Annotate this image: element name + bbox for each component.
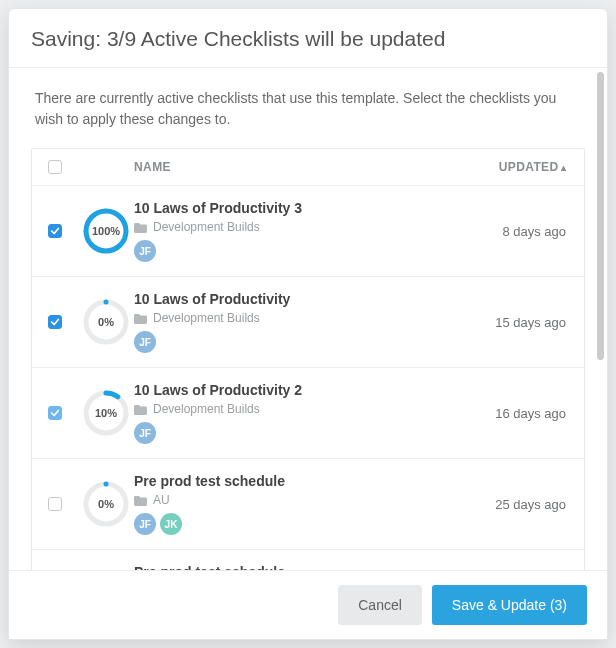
progress-ring: 100%: [83, 208, 129, 254]
dialog-instructions: There are currently active checklists th…: [9, 68, 607, 148]
progress-label: 0%: [83, 481, 129, 527]
save-update-button[interactable]: Save & Update (3): [432, 585, 587, 625]
updated-label: 25 days ago: [495, 497, 566, 512]
checklist-folder[interactable]: Development Builds: [134, 311, 464, 325]
avatars: JF: [134, 422, 464, 444]
folder-icon: [134, 222, 147, 232]
checklist-title[interactable]: 10 Laws of Productivity: [134, 291, 464, 307]
dialog-body: There are currently active checklists th…: [9, 68, 607, 570]
updated-label: 8 days ago: [502, 224, 566, 239]
row-checkbox[interactable]: [48, 315, 62, 329]
row-checkbox[interactable]: [48, 497, 62, 511]
checklist-folder[interactable]: Development Builds: [134, 402, 464, 416]
save-dialog: Saving: 3/9 Active Checklists will be up…: [8, 8, 608, 640]
avatar: JF: [134, 331, 156, 353]
cancel-button[interactable]: Cancel: [338, 585, 422, 625]
dialog-title: Saving: 3/9 Active Checklists will be up…: [31, 27, 585, 51]
progress-label: 10%: [83, 390, 129, 436]
avatar: JF: [134, 513, 156, 535]
sort-asc-icon: ▴: [561, 162, 566, 173]
checklist-title[interactable]: 10 Laws of Productivity 2: [134, 382, 464, 398]
select-all-checkbox[interactable]: [48, 160, 62, 174]
progress-ring: 0%: [83, 299, 129, 345]
checklist-folder[interactable]: AU: [134, 493, 464, 507]
checklist-folder[interactable]: Development Builds: [134, 220, 464, 234]
avatar: JF: [134, 422, 156, 444]
avatars: JF: [134, 331, 464, 353]
column-header-name[interactable]: NAME: [134, 160, 464, 174]
table-body: 100%10 Laws of Productivity 3Development…: [32, 186, 584, 570]
checklist-title[interactable]: 10 Laws of Productivity 3: [134, 200, 464, 216]
dialog-header: Saving: 3/9 Active Checklists will be up…: [9, 9, 607, 68]
table-row: 10%10 Laws of Productivity 2Development …: [32, 368, 584, 459]
row-checkbox[interactable]: [48, 224, 62, 238]
table-row: 100%10 Laws of Productivity 3Development…: [32, 186, 584, 277]
avatar: JK: [160, 513, 182, 535]
avatar: JF: [134, 240, 156, 262]
checklist-table: NAME UPDATED▴ 100%10 Laws of Productivit…: [31, 148, 585, 570]
table-row: 0%10 Laws of ProductivityDevelopment Bui…: [32, 277, 584, 368]
avatars: JFJK: [134, 513, 464, 535]
progress-ring: 0%: [83, 481, 129, 527]
table-header-row: NAME UPDATED▴: [32, 149, 584, 186]
progress-label: 100%: [83, 208, 129, 254]
folder-icon: [134, 404, 147, 414]
updated-label: 16 days ago: [495, 406, 566, 421]
folder-icon: [134, 313, 147, 323]
progress-label: 0%: [83, 299, 129, 345]
progress-ring: 10%: [83, 390, 129, 436]
row-checkbox[interactable]: [48, 406, 62, 420]
table-row: 0%Pre prod test scheduleAUJF26 days ago: [32, 550, 584, 570]
avatars: JF: [134, 240, 464, 262]
table-row: 0%Pre prod test scheduleAUJFJK25 days ag…: [32, 459, 584, 550]
updated-label: 15 days ago: [495, 315, 566, 330]
folder-icon: [134, 495, 147, 505]
checklist-title[interactable]: Pre prod test schedule: [134, 564, 464, 570]
checklist-title[interactable]: Pre prod test schedule: [134, 473, 464, 489]
column-header-updated[interactable]: UPDATED▴: [464, 160, 584, 174]
dialog-footer: Cancel Save & Update (3): [9, 570, 607, 639]
scrollbar[interactable]: [597, 72, 604, 360]
